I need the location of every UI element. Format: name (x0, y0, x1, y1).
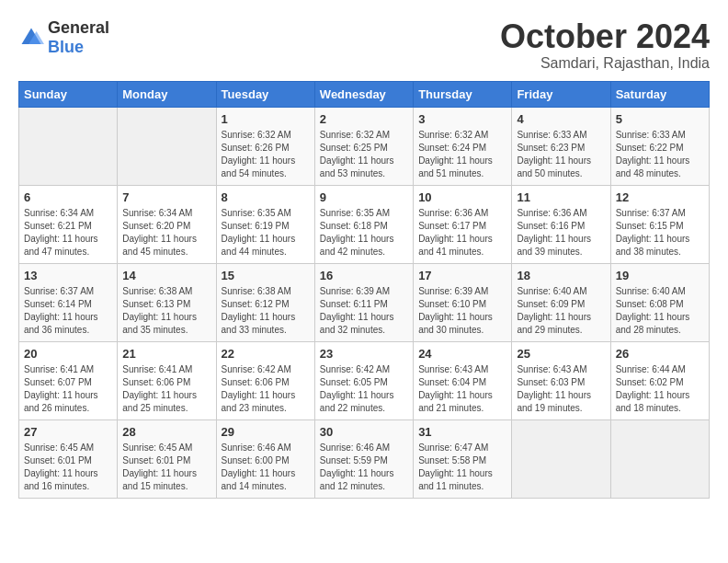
calendar-cell: 7Sunrise: 6:34 AM Sunset: 6:20 PM Daylig… (118, 185, 216, 263)
cell-info: Sunrise: 6:36 AM Sunset: 6:16 PM Dayligh… (517, 207, 605, 259)
calendar-cell: 27Sunrise: 6:45 AM Sunset: 6:01 PM Dayli… (19, 419, 118, 498)
weekday-header: Sunday (19, 81, 118, 107)
day-number: 6 (24, 190, 112, 204)
calendar-cell: 25Sunrise: 6:43 AM Sunset: 6:03 PM Dayli… (512, 341, 610, 419)
calendar-cell: 5Sunrise: 6:33 AM Sunset: 6:22 PM Daylig… (610, 107, 709, 185)
day-number: 11 (517, 190, 605, 204)
day-number: 31 (418, 425, 506, 439)
cell-info: Sunrise: 6:32 AM Sunset: 6:25 PM Dayligh… (320, 129, 408, 180)
cell-info: Sunrise: 6:32 AM Sunset: 6:24 PM Dayligh… (418, 129, 506, 180)
cell-info: Sunrise: 6:35 AM Sunset: 6:18 PM Dayligh… (320, 207, 408, 259)
calendar-cell (512, 419, 610, 498)
day-number: 10 (418, 190, 506, 204)
logo-blue: Blue (48, 38, 84, 56)
day-number: 19 (616, 269, 704, 282)
calendar-cell: 6Sunrise: 6:34 AM Sunset: 6:21 PM Daylig… (19, 185, 118, 263)
cell-info: Sunrise: 6:37 AM Sunset: 6:15 PM Dayligh… (616, 207, 704, 259)
cell-info: Sunrise: 6:46 AM Sunset: 5:59 PM Dayligh… (320, 442, 408, 493)
cell-info: Sunrise: 6:39 AM Sunset: 6:11 PM Dayligh… (320, 285, 408, 337)
calendar-week-row: 27Sunrise: 6:45 AM Sunset: 6:01 PM Dayli… (19, 419, 710, 498)
day-number: 25 (517, 347, 605, 361)
calendar-cell: 16Sunrise: 6:39 AM Sunset: 6:11 PM Dayli… (314, 263, 413, 341)
logo-general: General (48, 18, 109, 37)
calendar-cell: 19Sunrise: 6:40 AM Sunset: 6:08 PM Dayli… (610, 263, 709, 341)
calendar-cell: 17Sunrise: 6:39 AM Sunset: 6:10 PM Dayli… (414, 263, 512, 341)
day-number: 18 (517, 269, 605, 282)
day-number: 26 (616, 347, 704, 361)
calendar-cell: 31Sunrise: 6:47 AM Sunset: 5:58 PM Dayli… (414, 419, 512, 498)
day-number: 27 (24, 425, 112, 439)
calendar-week-row: 6Sunrise: 6:34 AM Sunset: 6:21 PM Daylig… (19, 185, 710, 263)
calendar-cell: 12Sunrise: 6:37 AM Sunset: 6:15 PM Dayli… (610, 185, 709, 263)
day-number: 2 (320, 112, 408, 126)
day-number: 17 (418, 269, 506, 282)
cell-info: Sunrise: 6:34 AM Sunset: 6:21 PM Dayligh… (24, 207, 112, 259)
weekday-header: Saturday (610, 81, 709, 107)
cell-info: Sunrise: 6:32 AM Sunset: 6:26 PM Dayligh… (222, 129, 310, 180)
cell-info: Sunrise: 6:43 AM Sunset: 6:03 PM Dayligh… (517, 363, 605, 415)
calendar-cell: 15Sunrise: 6:38 AM Sunset: 6:12 PM Dayli… (216, 263, 314, 341)
calendar-week-row: 20Sunrise: 6:41 AM Sunset: 6:07 PM Dayli… (19, 341, 710, 419)
logo-icon (18, 25, 44, 51)
calendar-cell: 4Sunrise: 6:33 AM Sunset: 6:23 PM Daylig… (512, 107, 610, 185)
day-number: 8 (222, 190, 310, 204)
cell-info: Sunrise: 6:35 AM Sunset: 6:19 PM Dayligh… (222, 207, 310, 259)
cell-info: Sunrise: 6:47 AM Sunset: 5:58 PM Dayligh… (418, 442, 506, 493)
calendar-cell: 1Sunrise: 6:32 AM Sunset: 6:26 PM Daylig… (216, 107, 314, 185)
weekday-header: Tuesday (216, 81, 314, 107)
calendar-cell: 13Sunrise: 6:37 AM Sunset: 6:14 PM Dayli… (19, 263, 118, 341)
day-number: 23 (320, 347, 408, 361)
cell-info: Sunrise: 6:40 AM Sunset: 6:08 PM Dayligh… (616, 285, 704, 337)
calendar-cell: 28Sunrise: 6:45 AM Sunset: 6:01 PM Dayli… (118, 419, 216, 498)
cell-info: Sunrise: 6:33 AM Sunset: 6:22 PM Dayligh… (616, 129, 704, 180)
logo: General Blue (18, 18, 109, 57)
calendar-cell: 26Sunrise: 6:44 AM Sunset: 6:02 PM Dayli… (610, 341, 709, 419)
calendar-cell: 23Sunrise: 6:42 AM Sunset: 6:05 PM Dayli… (314, 341, 413, 419)
calendar-cell: 30Sunrise: 6:46 AM Sunset: 5:59 PM Dayli… (314, 419, 413, 498)
page-header: General Blue October 2024 Samdari, Rajas… (18, 18, 710, 72)
day-number: 29 (222, 425, 310, 439)
cell-info: Sunrise: 6:45 AM Sunset: 6:01 PM Dayligh… (24, 442, 112, 493)
day-number: 20 (24, 347, 112, 361)
day-number: 24 (418, 347, 506, 361)
cell-info: Sunrise: 6:41 AM Sunset: 6:06 PM Dayligh… (122, 363, 210, 415)
month-title: October 2024 (500, 18, 710, 55)
calendar-cell: 3Sunrise: 6:32 AM Sunset: 6:24 PM Daylig… (414, 107, 512, 185)
day-number: 30 (320, 425, 408, 439)
title-block: October 2024 Samdari, Rajasthan, India (500, 18, 710, 72)
cell-info: Sunrise: 6:43 AM Sunset: 6:04 PM Dayligh… (418, 363, 506, 415)
cell-info: Sunrise: 6:44 AM Sunset: 6:02 PM Dayligh… (616, 363, 704, 415)
weekday-header-row: SundayMondayTuesdayWednesdayThursdayFrid… (19, 81, 710, 107)
day-number: 13 (24, 269, 112, 282)
day-number: 12 (616, 190, 704, 204)
weekday-header: Thursday (414, 81, 512, 107)
calendar-cell: 24Sunrise: 6:43 AM Sunset: 6:04 PM Dayli… (414, 341, 512, 419)
calendar-cell: 22Sunrise: 6:42 AM Sunset: 6:06 PM Dayli… (216, 341, 314, 419)
cell-info: Sunrise: 6:38 AM Sunset: 6:13 PM Dayligh… (122, 285, 210, 337)
calendar-cell: 20Sunrise: 6:41 AM Sunset: 6:07 PM Dayli… (19, 341, 118, 419)
cell-info: Sunrise: 6:45 AM Sunset: 6:01 PM Dayligh… (122, 442, 210, 493)
calendar-cell: 11Sunrise: 6:36 AM Sunset: 6:16 PM Dayli… (512, 185, 610, 263)
day-number: 4 (517, 112, 605, 126)
calendar-cell (610, 419, 709, 498)
calendar-cell: 29Sunrise: 6:46 AM Sunset: 6:00 PM Dayli… (216, 419, 314, 498)
location: Samdari, Rajasthan, India (500, 55, 710, 72)
calendar-cell (19, 107, 118, 185)
weekday-header: Wednesday (314, 81, 413, 107)
calendar-cell: 18Sunrise: 6:40 AM Sunset: 6:09 PM Dayli… (512, 263, 610, 341)
cell-info: Sunrise: 6:36 AM Sunset: 6:17 PM Dayligh… (418, 207, 506, 259)
calendar-cell: 8Sunrise: 6:35 AM Sunset: 6:19 PM Daylig… (216, 185, 314, 263)
calendar-week-row: 13Sunrise: 6:37 AM Sunset: 6:14 PM Dayli… (19, 263, 710, 341)
day-number: 28 (122, 425, 210, 439)
day-number: 22 (222, 347, 310, 361)
calendar-cell: 9Sunrise: 6:35 AM Sunset: 6:18 PM Daylig… (314, 185, 413, 263)
calendar-cell: 21Sunrise: 6:41 AM Sunset: 6:06 PM Dayli… (118, 341, 216, 419)
day-number: 7 (122, 190, 210, 204)
calendar-week-row: 1Sunrise: 6:32 AM Sunset: 6:26 PM Daylig… (19, 107, 710, 185)
cell-info: Sunrise: 6:46 AM Sunset: 6:00 PM Dayligh… (222, 442, 310, 493)
day-number: 16 (320, 269, 408, 282)
cell-info: Sunrise: 6:34 AM Sunset: 6:20 PM Dayligh… (122, 207, 210, 259)
day-number: 9 (320, 190, 408, 204)
cell-info: Sunrise: 6:42 AM Sunset: 6:05 PM Dayligh… (320, 363, 408, 415)
cell-info: Sunrise: 6:33 AM Sunset: 6:23 PM Dayligh… (517, 129, 605, 180)
